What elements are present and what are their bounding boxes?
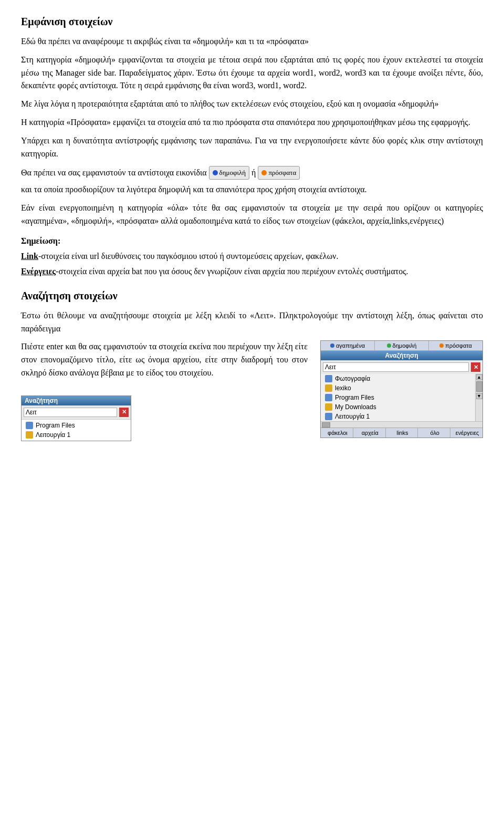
scroll-down-arrow[interactable]: ▼ [476,393,482,399]
large-list-item-5: Λειτουργία 1 [335,413,370,420]
note-link-line: Link-στοιχεία είναι url διευθύνσεις του … [21,250,483,263]
section2-p2: Πιέστε enter και θα σας εμφανιστούν τα σ… [21,340,308,379]
tab-dot-agapimena [330,343,334,348]
note-energeies-bold: Ενέργειες [21,267,56,276]
prosfata-label: πρόσφατα [268,167,296,179]
file-icon [325,375,332,382]
scroll-thumb[interactable] [476,381,482,392]
large-search-input[interactable] [323,362,469,372]
section2-two-col: Πιέστε enter και θα σας εμφανιστούν τα σ… [21,340,483,441]
small-list-item-1: Program Files [36,422,75,429]
section1-p3: Με λίγα λόγια η προτεραιότητα εξαρτάται … [21,98,483,111]
section2: Αναζήτηση στοιχείων Έστω ότι θέλουμε να … [21,290,483,336]
note-title-text: Σημείωση: [21,236,60,245]
large-list-item-3: Program Files [335,394,374,401]
bottom-tab-links-label: links [396,430,408,436]
bottom-tab-olo-label: όλο [430,430,439,436]
note-energeies-rest: -στοιχεία είναι αρχεία bat που για όσους… [56,267,408,276]
note-energeies-line: Ενέργειες-στοιχεία είναι αρχεία bat που … [21,265,483,278]
note-link-bold: Link [21,252,38,261]
tab-prosfata-label: πρόσφατα [445,342,472,349]
tab-prosfata[interactable]: πρόσφατα [429,341,482,350]
list-item: Program Files [321,393,475,402]
prosfata-dot [261,170,267,175]
small-search-clear-button[interactable]: ✕ [119,408,129,417]
section1-p6-after: και τα οποία προσδιορίζουν τα λιγότερα δ… [21,182,367,196]
tab-dot-demofili [387,343,391,348]
file-icon-yellow [325,403,332,411]
tab-dot-prosfata [439,343,444,348]
small-search-input[interactable] [24,408,117,417]
bottom-tab-energeies-label: ενέργειες [456,430,479,436]
tab-demofili-label: δημοφιλή [393,342,417,349]
note-block: Σημείωση: Link-στοιχεία είναι url διευθύ… [21,235,483,278]
tab-agapimena[interactable]: αγαπημένα [321,341,375,350]
section1-icon-para: Θα πρέπει να σας εμφανιστούν τα αντίστοι… [21,165,483,196]
small-search-titlebar: Αναζήτηση [22,396,131,405]
tab-agapimena-label: αγαπημένα [336,342,365,349]
bottom-tab-arxeia-label: αρχεία [362,430,379,436]
list-item: lexiko [321,383,475,393]
demofili-label: δημοφιλή [219,167,246,179]
file-icon-yellow [325,384,332,392]
large-list-item-4: My Downloads [335,403,376,411]
list-item: Program Files [22,421,131,430]
large-search-list-area: Φωτογραφία lexiko Program Files My Downl… [321,374,482,421]
demofili-badge: δημοφιλή [209,166,249,180]
section2-p1: Έστω ότι θέλουμε να αναζητήσουμε στοιχεί… [21,309,483,336]
bottom-tab-fakeloi-label: φάκελοι [328,430,348,436]
search-box-large: αγαπημένα δημοφιλή πρόσφατα Αναζήτηση ✕ [320,340,483,438]
small-list-item-2: Λειτουργία 1 [36,431,70,439]
hscroll-thumb[interactable] [322,422,330,428]
large-search-titlebar: Αναζήτηση [321,351,482,360]
large-list-item-1: Φωτογραφία [335,375,370,382]
large-search-bottom-tabs: φάκελοι αρχεία links όλο ενέργειες [321,428,482,438]
list-item: Λειτουργία 1 [321,412,475,421]
section1-p7: Εάν είναι ενεργοποιημένη η κατηγορία «όλ… [21,202,483,228]
prosfata-badge: πρόσφατα [258,166,300,180]
tab-demofili[interactable]: δημοφιλή [375,341,429,350]
bottom-tab-links[interactable]: links [386,428,418,438]
section2-title: Αναζήτηση στοιχείων [21,290,483,302]
bottom-tab-energeies[interactable]: ενέργειες [450,428,482,438]
large-search-input-row: ✕ [321,360,482,374]
scroll-up-arrow[interactable]: ▲ [476,374,482,380]
bottom-tab-fakeloi[interactable]: φάκελοι [321,428,353,438]
small-search-list: Program Files Λειτουργία 1 [22,419,131,441]
list-item: Φωτογραφία [321,374,475,383]
search-box-small: Αναζήτηση ✕ Program Files Λειτουργία 1 [21,395,131,441]
demofili-dot [213,170,218,175]
section1-p1: Εδώ θα πρέπει να αναφέρουμε τι ακριβώς ε… [21,35,483,48]
small-search-input-row: ✕ [22,405,131,419]
large-search-hscrollbar[interactable] [321,421,482,428]
file-icon [325,413,332,420]
file-icon-yellow [26,431,33,439]
list-item: Λειτουργία 1 [22,430,131,440]
file-icon [26,422,33,429]
section1-p6-before: Θα πρέπει να σας εμφανιστούν τα αντίστοι… [21,165,207,180]
bottom-tab-arxeia[interactable]: αρχεία [353,428,386,438]
section1-p6-mid: ή [251,165,256,180]
section2-col-img: αγαπημένα δημοφιλή πρόσφατα Αναζήτηση ✕ [320,340,483,438]
section1-p2: Στη κατηγορία «δημοφιλή» εμφανίζονται τα… [21,54,483,92]
list-item: My Downloads [321,402,475,412]
note-title: Σημείωση: [21,235,483,248]
section1-title: Εμφάνιση στοιχείων [21,16,483,28]
bottom-tab-olo[interactable]: όλο [418,428,450,438]
large-search-clear-button[interactable]: ✕ [471,362,480,372]
large-search-tabs: αγαπημένα δημοφιλή πρόσφατα [321,341,482,351]
large-search-scrollbar[interactable]: ▲ ▼ [475,374,482,421]
large-list-item-2: lexiko [335,384,351,392]
large-search-list: Φωτογραφία lexiko Program Files My Downl… [321,374,475,421]
file-icon [325,394,332,401]
section1-p5: Υπάρχει και η δυνατότητα αντίστροφής εμφ… [21,134,483,161]
section2-col-text: Πιέστε enter και θα σας εμφανιστούν τα σ… [21,340,308,441]
note-link-rest: -στοιχεία είναι url διευθύνσεις του παγκ… [38,252,338,261]
section1-p4: Η κατηγορία «Πρόσφατα» εμφανίζει τα στοι… [21,116,483,129]
